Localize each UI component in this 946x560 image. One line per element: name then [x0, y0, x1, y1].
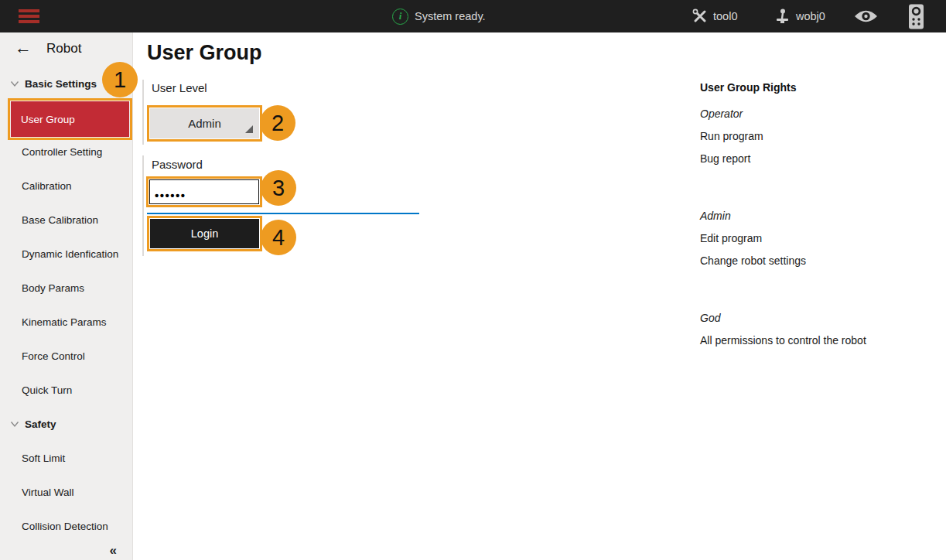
step-marker-1: 1	[102, 62, 138, 97]
step-marker-2: 2	[260, 105, 295, 141]
rights-title: User Group Rights	[700, 81, 796, 94]
sidebar-item-virtual-wall[interactable]: Virtual Wall	[0, 475, 133, 509]
rights-item: Bug report	[700, 152, 750, 165]
user-level-dropdown[interactable]: Admin	[150, 108, 259, 138]
rights-item: Change robot settings	[700, 254, 806, 267]
annotation-box-2: Admin	[147, 105, 262, 142]
sidebar-header: ← Robot	[0, 32, 133, 67]
back-arrow-icon[interactable]: ←	[15, 38, 32, 58]
sidebar-item-force-control[interactable]: Force Control	[0, 339, 133, 373]
group-divider	[142, 155, 144, 256]
user-level-label: User Level	[152, 81, 207, 94]
sidebar-item-collision-detection[interactable]: Collision Detection	[0, 509, 133, 543]
password-dots: ••••••	[155, 189, 186, 202]
sidebar-item-kinematic-params[interactable]: Kinematic Params	[0, 305, 133, 339]
item-label: Dynamic Idenfication	[22, 248, 118, 260]
section-label: Basic Settings	[25, 78, 97, 90]
page-title: User Group	[147, 41, 262, 65]
password-input[interactable]: ••••••	[149, 179, 259, 204]
tool-label: tool0	[713, 10, 737, 22]
item-label: Body Params	[22, 282, 84, 294]
rights-group-god: God	[700, 312, 720, 324]
annotation-box-4: Login	[147, 216, 262, 251]
tool-selector[interactable]: tool0	[692, 0, 737, 32]
sidebar-item-body-params[interactable]: Body Params	[0, 271, 133, 305]
status-text: System ready.	[415, 10, 486, 22]
crossed-tools-icon	[692, 9, 708, 24]
focus-underline	[147, 213, 419, 214]
rights-group-operator: Operator	[700, 108, 743, 120]
login-button[interactable]: Login	[150, 219, 259, 248]
pendant-button[interactable]	[908, 0, 924, 32]
login-label: Login	[191, 227, 218, 240]
sidebar-item-user-group[interactable]: User Group	[11, 101, 129, 137]
sidebar-item-soft-limit[interactable]: Soft Limit	[0, 441, 133, 475]
item-label: Virtual Wall	[22, 487, 74, 498]
sidebar-item-dynamic-idenfication[interactable]: Dynamic Idenfication	[0, 237, 133, 271]
eye-icon	[854, 9, 878, 24]
step-marker-4: 4	[261, 220, 296, 255]
rights-item: All permissions to control the robot	[700, 334, 866, 347]
item-label: Force Control	[22, 350, 85, 362]
joystick-icon	[774, 8, 791, 25]
rights-item: Run program	[700, 130, 763, 142]
sidebar-title: Robot	[46, 41, 81, 56]
item-label: Controller Setting	[22, 146, 102, 158]
sidebar-item-calibration[interactable]: Calibration	[0, 169, 133, 203]
rights-group-admin: Admin	[700, 210, 731, 222]
wobj-label: wobj0	[796, 10, 825, 22]
annotation-box-1: User Group	[8, 98, 132, 140]
rights-item: Edit program	[700, 232, 762, 244]
item-label: Soft Limit	[22, 452, 65, 464]
item-label: Collision Detection	[22, 521, 108, 532]
info-icon: i	[392, 9, 408, 25]
system-status: i System ready.	[392, 0, 486, 32]
dropdown-corner-icon	[245, 125, 253, 133]
sidebar-item-quick-turn[interactable]: Quick Turn	[0, 373, 133, 407]
wobj-selector[interactable]: wobj0	[774, 0, 825, 32]
group-divider	[142, 80, 144, 145]
step-marker-3: 3	[261, 170, 296, 206]
item-label: Kinematic Params	[22, 316, 107, 328]
section-label: Safety	[25, 418, 56, 430]
user-level-value: Admin	[188, 117, 221, 130]
sidebar-collapse-icon[interactable]: «	[110, 543, 117, 558]
item-label: Base Calibration	[22, 214, 98, 226]
sidebar-section-safety[interactable]: Safety	[0, 407, 133, 441]
password-label: Password	[152, 158, 203, 171]
view-toggle[interactable]	[854, 0, 878, 32]
teach-pendant-icon	[908, 4, 924, 29]
chevron-down-icon	[10, 80, 19, 87]
sidebar-item-base-calibration[interactable]: Base Calibration	[0, 203, 133, 237]
menu-icon[interactable]	[19, 9, 39, 23]
annotation-box-3: ••••••	[146, 176, 262, 207]
chevron-down-icon	[10, 421, 19, 428]
item-label: Calibration	[22, 180, 72, 192]
item-label: User Group	[21, 114, 75, 125]
item-label: Quick Turn	[22, 384, 72, 396]
top-bar: i System ready. tool0 wobj0	[0, 0, 946, 32]
